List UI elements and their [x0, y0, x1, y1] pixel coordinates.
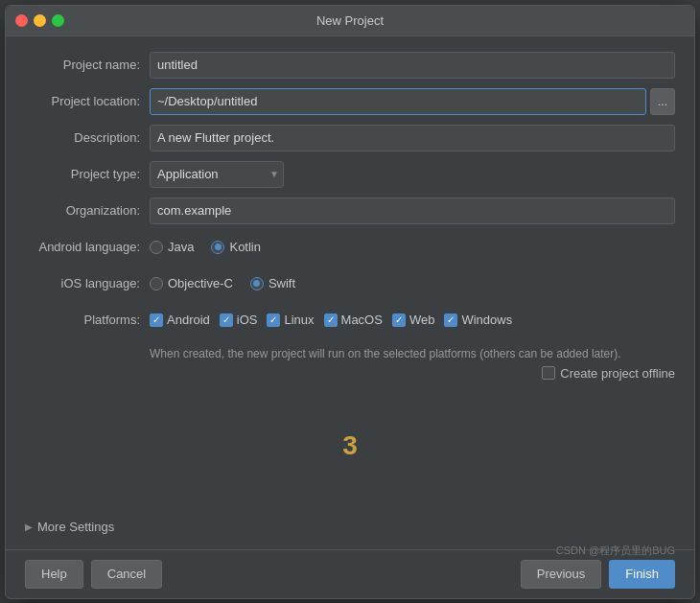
ios-swift-label: Swift [268, 276, 295, 290]
more-settings-toggle[interactable]: ▶ More Settings [25, 512, 675, 540]
watermark: CSDN @程序员里的BUG [556, 544, 675, 558]
location-row: ... [150, 88, 675, 115]
platform-web-check-icon: ✓ [395, 315, 403, 325]
project-name-input[interactable] [150, 52, 675, 79]
platform-android-check-icon: ✓ [152, 315, 160, 325]
title-bar: New Project [6, 6, 694, 36]
project-type-select-wrapper[interactable]: Application Plugin Package Module ▼ [150, 161, 284, 188]
window-controls [15, 14, 64, 27]
help-button[interactable]: Help [25, 560, 83, 589]
project-type-label: Project type: [25, 167, 150, 181]
android-kotlin-radio[interactable]: Kotlin [211, 240, 261, 254]
ios-swift-radio-dot [253, 280, 260, 287]
platform-macos-check-icon: ✓ [327, 315, 335, 325]
android-java-radio[interactable]: Java [150, 240, 194, 254]
platform-android-box: ✓ [150, 313, 163, 327]
platform-linux-check-icon: ✓ [269, 315, 277, 325]
platform-linux-checkbox[interactable]: ✓ Linux [267, 313, 314, 327]
platform-macos-checkbox[interactable]: ✓ MacOS [324, 313, 383, 327]
platform-ios-box: ✓ [220, 313, 233, 327]
platform-web-checkbox[interactable]: ✓ Web [392, 313, 435, 327]
project-location-row: Project location: ... [25, 88, 675, 115]
project-type-row: Project type: Application Plugin Package… [25, 161, 675, 188]
create-offline-label: Create project offline [560, 366, 675, 381]
platforms-note: When created, the new project will run o… [150, 347, 675, 360]
platform-windows-box: ✓ [444, 313, 457, 327]
platform-linux-box: ✓ [267, 313, 280, 327]
dialog-body: Project name: Project location: ... Desc… [6, 36, 694, 549]
android-java-radio-circle [150, 241, 163, 254]
close-button[interactable] [15, 14, 28, 27]
platform-android-label: Android [167, 313, 210, 327]
minimize-button[interactable] [34, 14, 46, 27]
platforms-row: Platforms: ✓ Android ✓ iOS ✓ [25, 307, 675, 334]
organization-input[interactable] [150, 197, 675, 224]
android-language-radio-group: Java Kotlin [150, 240, 261, 254]
platform-macos-label: MacOS [341, 313, 383, 327]
platform-ios-check-icon: ✓ [222, 315, 230, 325]
platform-android-checkbox[interactable]: ✓ Android [150, 313, 210, 327]
browse-button[interactable]: ... [650, 88, 675, 115]
project-name-row: Project name: [25, 52, 675, 79]
android-kotlin-label: Kotlin [229, 240, 261, 254]
more-settings-arrow-icon: ▶ [25, 522, 33, 532]
platform-windows-label: Windows [461, 313, 512, 327]
previous-button[interactable]: Previous [521, 560, 602, 589]
project-name-label: Project name: [25, 58, 150, 72]
ios-swift-radio-circle [250, 277, 264, 290]
platform-windows-checkbox[interactable]: ✓ Windows [444, 313, 512, 327]
step-indicator: 3 [25, 381, 675, 512]
description-label: Description: [25, 130, 150, 145]
dialog-footer: Help Cancel CSDN @程序员里的BUG Previous Fini… [6, 549, 694, 598]
android-kotlin-radio-circle [211, 241, 224, 254]
android-kotlin-radio-dot [215, 244, 222, 250]
new-project-dialog: New Project Project name: Project locati… [5, 5, 695, 599]
maximize-button[interactable] [52, 14, 64, 27]
platform-linux-label: Linux [284, 313, 314, 327]
ios-objc-radio-circle [150, 277, 163, 290]
platform-web-label: Web [409, 313, 435, 327]
ios-objc-label: Objective-C [168, 276, 233, 290]
ios-language-row: iOS language: Objective-C Swift [25, 270, 675, 297]
platform-windows-check-icon: ✓ [447, 315, 455, 325]
ios-objc-radio[interactable]: Objective-C [150, 276, 233, 290]
ios-language-label: iOS language: [25, 276, 150, 290]
finish-button[interactable]: Finish [609, 560, 675, 589]
ios-swift-radio[interactable]: Swift [250, 276, 295, 290]
description-row: Description: [25, 125, 675, 151]
project-location-input[interactable] [150, 88, 646, 115]
offline-row: Create project offline [25, 366, 675, 381]
select-arrow-icon: ▼ [269, 169, 279, 179]
platform-ios-checkbox[interactable]: ✓ iOS [220, 313, 258, 327]
project-type-select[interactable]: Application Plugin Package Module [157, 167, 266, 181]
description-input[interactable] [150, 125, 675, 151]
platforms-checkbox-group: ✓ Android ✓ iOS ✓ Linux [150, 313, 512, 327]
create-offline-checkbox[interactable] [542, 366, 555, 380]
more-settings-label: More Settings [37, 520, 114, 534]
cancel-button[interactable]: Cancel [91, 560, 162, 589]
dialog-title: New Project [316, 13, 384, 28]
android-language-row: Android language: Java Kotlin [25, 234, 675, 261]
android-java-label: Java [168, 240, 194, 254]
platforms-label: Platforms: [25, 313, 150, 327]
platform-web-box: ✓ [392, 313, 406, 327]
project-location-label: Project location: [25, 94, 150, 108]
ios-language-radio-group: Objective-C Swift [150, 276, 295, 290]
organization-label: Organization: [25, 203, 150, 218]
platform-ios-label: iOS [237, 313, 258, 327]
android-language-label: Android language: [25, 240, 150, 254]
platform-macos-box: ✓ [324, 313, 338, 327]
organization-row: Organization: [25, 197, 675, 224]
